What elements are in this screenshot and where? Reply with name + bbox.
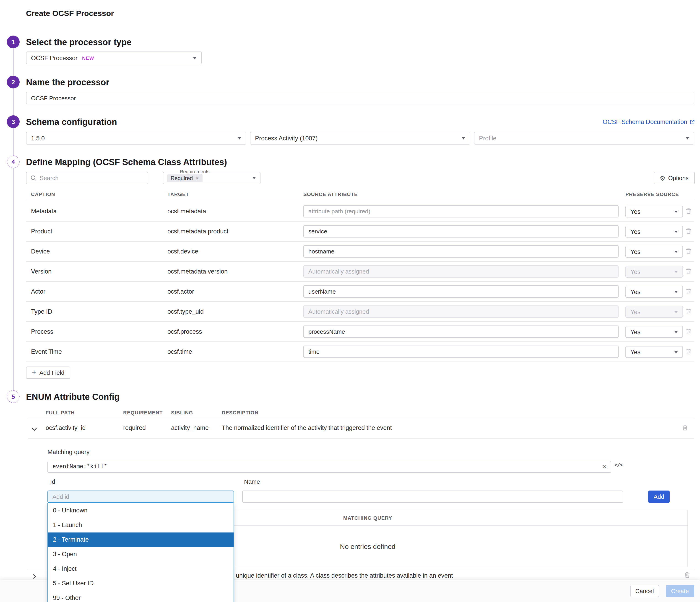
source-attribute-input[interactable] (303, 285, 619, 298)
chevron-down-icon (674, 291, 678, 293)
mapping-table-header: CAPTION TARGET SOURCE ATTRIBUTE PRESERVE… (26, 191, 694, 199)
enum-requirement: required (123, 424, 146, 431)
source-attribute-input[interactable] (303, 225, 619, 237)
source-attribute-input[interactable] (303, 345, 619, 358)
source-attribute-input[interactable] (303, 325, 619, 338)
enum-name-input[interactable] (242, 491, 623, 503)
schema-version-select[interactable]: 1.5.0 (26, 132, 246, 145)
trash-icon (682, 424, 688, 431)
mapping-row-product: Product ocsf.metadata.product Yes (26, 221, 694, 242)
trash-icon (685, 248, 692, 254)
expand-row-button[interactable] (32, 573, 37, 579)
delete-row-button[interactable] (685, 288, 692, 296)
requirements-filter-select[interactable]: Requirements Required ✕ (163, 172, 260, 184)
mapping-caption: Metadata (31, 208, 57, 215)
mapping-row-process: Process ocsf.process Yes (26, 322, 694, 342)
delete-row-button[interactable] (685, 248, 692, 256)
dropdown-option[interactable]: 1 - Launch (48, 518, 233, 532)
delete-row-button[interactable] (685, 308, 692, 316)
event-class-select[interactable]: Process Activity (1007) (250, 132, 470, 145)
mapping-table: CAPTION TARGET SOURCE ATTRIBUTE PRESERVE… (26, 191, 694, 362)
add-enum-entry-button[interactable]: Add (648, 491, 670, 503)
preserve-source-select[interactable]: Yes (625, 246, 683, 258)
mapping-caption: Version (31, 268, 52, 275)
trash-icon (685, 308, 692, 315)
enum-sibling: activity_name (171, 424, 209, 431)
requirement-chip: Required ✕ (168, 174, 202, 182)
processor-name-input[interactable] (26, 91, 694, 104)
code-editor-icon[interactable]: </> (615, 463, 622, 468)
mapping-caption: Process (31, 328, 53, 335)
preserve-source-select[interactable]: Yes (625, 226, 683, 237)
source-attribute-input (303, 265, 619, 278)
trash-icon (685, 268, 692, 274)
search-icon (30, 175, 36, 181)
plus-icon: + (32, 369, 36, 376)
enum-table-header: FULL PATH REQUIREMENT SIBLING DESCRIPTIO… (28, 410, 694, 418)
create-button: Create (666, 585, 694, 597)
source-attribute-input[interactable] (303, 205, 619, 217)
dropdown-option[interactable]: 5 - Set User ID (48, 576, 233, 591)
step-connector-line (13, 42, 14, 397)
source-attribute-input[interactable] (303, 245, 619, 258)
create-ocsf-processor-page: Create OCSF Processor 1 Select the proce… (0, 0, 700, 602)
processor-type-select[interactable]: OCSF Processor NEW (26, 52, 202, 64)
delete-row-button[interactable] (685, 228, 692, 236)
cancel-button[interactable]: Cancel (630, 585, 659, 597)
name-label: Name (244, 478, 260, 485)
clear-query-icon[interactable]: ✕ (598, 464, 611, 470)
page-title: Create OCSF Processor (26, 9, 114, 18)
preserve-source-select[interactable]: Yes (625, 286, 683, 298)
dropdown-option-selected[interactable]: 2 - Terminate (48, 532, 233, 547)
step-3-heading: Schema configuration (26, 116, 117, 128)
options-button[interactable]: ⚙ Options (654, 172, 695, 184)
step-4-indicator: 4 (7, 155, 20, 168)
matching-query-field: ✕ (47, 461, 611, 473)
profile-select[interactable]: Profile (474, 132, 694, 145)
search-input[interactable] (36, 175, 144, 181)
delete-row-button[interactable] (685, 268, 692, 276)
id-label: Id (50, 478, 55, 485)
enum-attribute-table: FULL PATH REQUIREMENT SIBLING DESCRIPTIO… (28, 410, 694, 439)
chevron-right-icon (33, 574, 36, 579)
enum-id-input[interactable] (47, 491, 234, 503)
delete-row-button[interactable] (685, 328, 692, 336)
step-4-heading: Define Mapping (OCSF Schema Class Attrib… (26, 156, 227, 168)
mapping-row-metadata: Metadata ocsf.metadata Yes (26, 202, 694, 221)
dropdown-option[interactable]: 99 - Other (48, 591, 233, 602)
mapping-row-version: Version ocsf.metadata.version Yes (26, 262, 694, 282)
trash-icon (685, 288, 692, 294)
enum-id-dropdown: 0 - Unknown 1 - Launch 2 - Terminate 3 -… (47, 503, 234, 602)
remove-chip-icon[interactable]: ✕ (196, 176, 199, 181)
dropdown-option[interactable]: 3 - Open (48, 547, 233, 562)
mapping-caption: Event Time (31, 348, 62, 355)
step-5-heading: ENUM Attribute Config (26, 391, 120, 403)
mapping-row-type-id: Type ID ocsf.type_uid Yes (26, 302, 694, 322)
column-header-requirement: REQUIREMENT (123, 410, 163, 415)
delete-row-button[interactable] (685, 208, 692, 216)
delete-row-button[interactable] (682, 424, 688, 432)
preserve-source-select[interactable]: Yes (625, 206, 683, 217)
step-2-heading: Name the processor (26, 77, 109, 88)
requirements-label: Requirements (178, 169, 211, 174)
step-2-indicator: 2 (7, 76, 20, 88)
preserve-source-select[interactable]: Yes (625, 326, 683, 338)
matching-query-input[interactable] (48, 464, 598, 470)
mapping-search (26, 172, 148, 184)
mapping-target: ocsf.metadata.product (168, 228, 228, 235)
step-1-indicator: 1 (7, 35, 20, 48)
enum-full-path: ocsf.activity_id (46, 424, 86, 431)
delete-row-button[interactable] (685, 348, 692, 356)
trash-icon (685, 208, 692, 214)
preserve-source-select[interactable]: Yes (625, 346, 683, 358)
add-field-button[interactable]: + Add Field (26, 367, 71, 379)
collapse-row-button[interactable] (32, 425, 37, 432)
delete-row-button[interactable] (684, 572, 690, 579)
schema-documentation-link[interactable]: OCSF Schema Documentation (603, 119, 695, 125)
dropdown-option[interactable]: 0 - Unknown (48, 503, 233, 518)
chevron-down-icon (685, 137, 689, 139)
mapping-row-event-time: Event Time ocsf.time Yes (26, 342, 694, 362)
dropdown-option[interactable]: 4 - Inject (48, 562, 233, 576)
external-link-icon (690, 120, 695, 125)
mapping-caption: Product (31, 228, 52, 235)
